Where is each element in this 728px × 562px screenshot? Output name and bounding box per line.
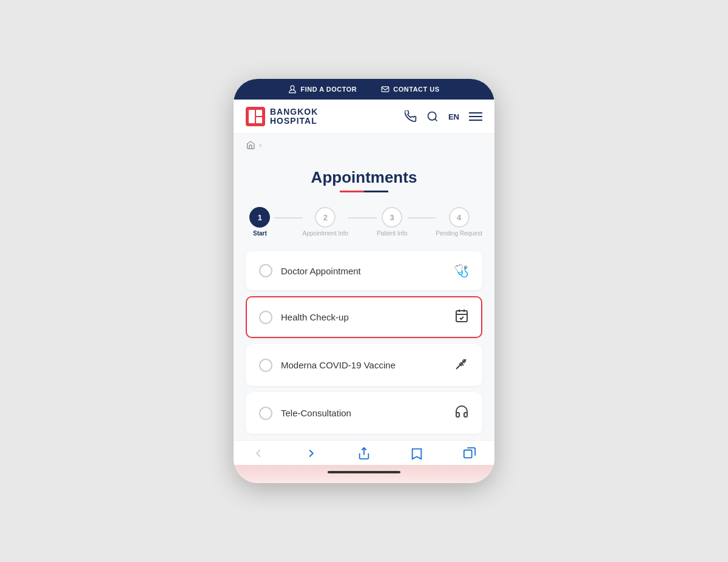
title-underline bbox=[340, 191, 388, 192]
nav-icons: EN bbox=[405, 110, 482, 123]
page-title: Appointments bbox=[246, 168, 482, 187]
option-label-doctor: Doctor Appointment bbox=[281, 266, 361, 276]
svg-point-5 bbox=[428, 112, 436, 120]
radio-health bbox=[259, 311, 272, 324]
svg-rect-7 bbox=[456, 311, 467, 322]
nav-bar: BANGKOK HOSPITAL EN bbox=[234, 100, 494, 134]
option-health-checkup[interactable]: Health Check-up bbox=[246, 296, 482, 338]
step-circle-4: 4 bbox=[449, 207, 470, 228]
option-covid-vaccine[interactable]: Moderna COVID-19 Vaccine bbox=[246, 344, 482, 386]
utility-bar: FIND A DOCTOR CONTACT US bbox=[234, 79, 494, 100]
headset-icon bbox=[454, 404, 469, 422]
breadcrumb: › bbox=[234, 134, 494, 156]
step-connector-3-4 bbox=[408, 217, 436, 218]
logo[interactable]: BANGKOK HOSPITAL bbox=[246, 107, 318, 126]
hamburger-line-1 bbox=[469, 112, 482, 113]
step-label-1: Start bbox=[253, 230, 267, 237]
radio-doctor bbox=[259, 264, 272, 277]
option-tele-consultation[interactable]: Tele-Consultation bbox=[246, 392, 482, 434]
step-connector-1-2 bbox=[274, 217, 303, 218]
find-doctor-link[interactable]: FIND A DOCTOR bbox=[288, 85, 357, 93]
step-label-2: Appointment Info bbox=[303, 230, 349, 237]
svg-rect-2 bbox=[249, 110, 255, 123]
step-circle-2: 2 bbox=[315, 207, 335, 228]
step-circle-1: 1 bbox=[249, 207, 270, 228]
back-button[interactable] bbox=[252, 447, 265, 460]
stethoscope-icon: 🩺 bbox=[454, 263, 469, 278]
hamburger-line-3 bbox=[469, 120, 482, 121]
contact-us-link[interactable]: CONTACT US bbox=[381, 85, 439, 93]
step-label-3: Patient Info bbox=[377, 230, 408, 237]
menu-button[interactable] bbox=[469, 112, 482, 121]
calendar-check-icon bbox=[454, 308, 469, 326]
hamburger-line-2 bbox=[469, 116, 482, 117]
svg-rect-1 bbox=[246, 107, 265, 126]
phone-button[interactable] bbox=[405, 110, 417, 123]
logo-text: BANGKOK HOSPITAL bbox=[270, 107, 318, 126]
step-1: 1 Start bbox=[246, 207, 274, 237]
phone-frame: FIND A DOCTOR CONTACT US BANGKOK HOSPITA… bbox=[234, 79, 494, 483]
option-label-health: Health Check-up bbox=[281, 312, 349, 322]
step-label-4: Pending Request bbox=[436, 230, 482, 237]
step-connector-2-3 bbox=[348, 217, 377, 218]
option-left-covid: Moderna COVID-19 Vaccine bbox=[259, 359, 396, 372]
main-content: Appointments 1 Start 2 Appointment Info … bbox=[234, 156, 494, 440]
step-circle-3: 3 bbox=[382, 207, 402, 228]
svg-rect-0 bbox=[382, 87, 389, 92]
home-icon[interactable] bbox=[246, 140, 255, 150]
step-3: 3 Patient Info bbox=[377, 207, 408, 237]
tabs-button[interactable] bbox=[463, 447, 476, 460]
option-doctor-appointment[interactable]: Doctor Appointment 🩺 bbox=[246, 251, 482, 290]
browser-bar bbox=[234, 440, 494, 465]
home-bar bbox=[328, 471, 400, 473]
step-indicator: 1 Start 2 Appointment Info 3 Patient Inf… bbox=[246, 207, 482, 237]
home-indicator bbox=[234, 465, 494, 483]
syringe-icon bbox=[454, 356, 469, 374]
forward-button[interactable] bbox=[305, 447, 318, 460]
svg-line-6 bbox=[435, 119, 437, 121]
logo-icon bbox=[246, 107, 265, 126]
search-button[interactable] bbox=[426, 110, 439, 123]
option-list: Doctor Appointment 🩺 Health Check-up bbox=[246, 251, 482, 434]
option-label-tele: Tele-Consultation bbox=[281, 408, 351, 418]
option-label-covid: Moderna COVID-19 Vaccine bbox=[281, 360, 396, 370]
svg-rect-14 bbox=[464, 450, 472, 458]
radio-covid bbox=[259, 359, 272, 372]
step-2: 2 Appointment Info bbox=[303, 207, 349, 237]
language-button[interactable]: EN bbox=[448, 112, 459, 121]
bookmarks-button[interactable] bbox=[410, 447, 423, 460]
svg-rect-3 bbox=[256, 110, 262, 116]
option-left-health: Health Check-up bbox=[259, 311, 349, 324]
svg-rect-4 bbox=[256, 117, 262, 123]
radio-tele bbox=[259, 407, 272, 420]
step-4: 4 Pending Request bbox=[436, 207, 482, 237]
page-title-section: Appointments bbox=[246, 168, 482, 192]
share-button[interactable] bbox=[357, 447, 371, 460]
option-left-tele: Tele-Consultation bbox=[259, 407, 351, 420]
breadcrumb-arrow: › bbox=[259, 141, 261, 149]
option-left-doctor: Doctor Appointment bbox=[259, 264, 361, 277]
